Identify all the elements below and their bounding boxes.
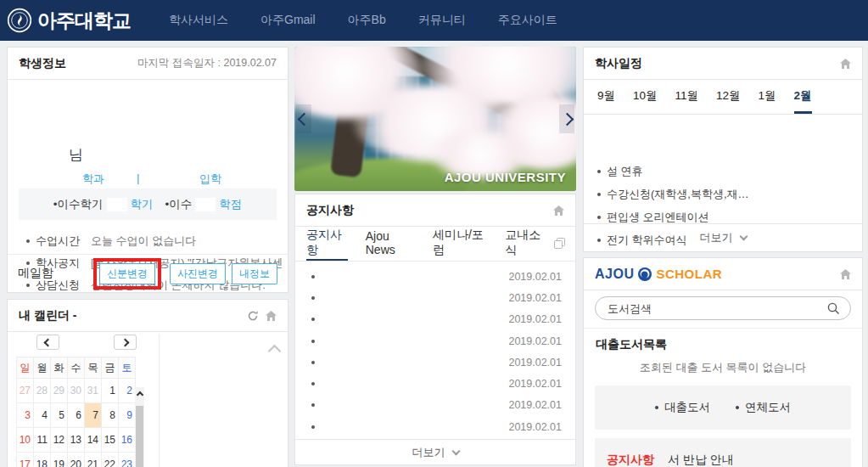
calendar-day[interactable]: 29: [51, 379, 68, 403]
tab-ajou-news[interactable]: Ajou News: [366, 227, 415, 261]
calendar-day[interactable]: 4: [34, 403, 51, 428]
scroll-up-icon[interactable]: [135, 387, 144, 402]
semester-suffix[interactable]: 학기: [131, 197, 154, 212]
info-label: 수업시간: [36, 234, 80, 249]
calendar-day[interactable]: 15: [102, 428, 119, 453]
calendar-day[interactable]: 28: [34, 379, 51, 403]
notice-row[interactable]: 2019.02.01: [295, 416, 575, 437]
home-icon[interactable]: [840, 269, 851, 279]
university-logo[interactable]: 아주대학교: [7, 8, 131, 34]
nav-item-main-sites[interactable]: 주요사이트: [498, 13, 557, 28]
calendar-day[interactable]: 23: [119, 453, 136, 467]
book-search-input[interactable]: [606, 301, 827, 316]
calendar-day[interactable]: 20: [68, 453, 85, 467]
calendar-day[interactable]: 21: [85, 453, 102, 467]
calendar-day[interactable]: 19: [51, 453, 68, 467]
popup-window-icon[interactable]: [554, 238, 565, 249]
calendar-day[interactable]: 16: [119, 428, 136, 453]
notice-list: 2019.02.01 2019.02.01 2019.02.01 2019.02…: [295, 266, 575, 437]
calendar-day[interactable]: 10: [17, 428, 34, 453]
admission-label[interactable]: 입학: [199, 172, 221, 187]
calendar-day[interactable]: 27: [17, 379, 34, 403]
dept-label[interactable]: 학과: [82, 172, 104, 187]
tab-overdue-books[interactable]: 연체도서: [736, 400, 791, 415]
notice-row[interactable]: 2019.02.01: [295, 266, 575, 287]
tab-month-2[interactable]: 2월: [794, 80, 812, 114]
calendar-day[interactable]: 9: [119, 403, 136, 428]
mailbox-label[interactable]: 메일함: [18, 266, 93, 281]
notice-row[interactable]: 2019.02.01: [295, 287, 575, 308]
tab-notice[interactable]: 공지사항: [306, 227, 348, 261]
credit-suffix[interactable]: 학점: [219, 197, 242, 212]
schedule-more-button[interactable]: 더보기: [584, 223, 862, 251]
nav-item-ajou-bb[interactable]: 아주Bb: [348, 13, 386, 28]
bullet-icon: [736, 406, 739, 409]
notice-row[interactable]: 2019.02.01: [295, 352, 575, 373]
scrollbar-thumb[interactable]: [136, 406, 143, 467]
calendar-day[interactable]: 8: [102, 403, 119, 428]
nav-item-ajou-gmail[interactable]: 아주Gmail: [260, 13, 316, 28]
notice-row[interactable]: 2019.02.01: [295, 395, 575, 416]
schedule-item[interactable]: 설 연휴: [584, 160, 862, 183]
calendar-divider: [159, 334, 160, 467]
notice-date: 2019.02.01: [508, 378, 562, 390]
library-notice-box[interactable]: 공지사항 서 반납 안내: [595, 438, 851, 467]
home-icon[interactable]: [553, 205, 564, 216]
notice-row[interactable]: 2019.02.01: [295, 330, 575, 352]
info-row-class-time[interactable]: 수업시간 오늘 수업이 없습니다: [8, 230, 288, 252]
last-access-date: 2019.02.07: [223, 57, 277, 69]
tab-month-1[interactable]: 1월: [759, 80, 776, 114]
tab-month-10[interactable]: 10월: [633, 80, 658, 114]
calendar-day-header: 토: [119, 357, 136, 379]
library-notice-title[interactable]: 서 반납 안내: [668, 453, 734, 467]
collapse-chevron-icon[interactable]: [270, 344, 279, 359]
more-label: 더보기: [700, 230, 733, 245]
calendar-next-button[interactable]: [114, 335, 137, 350]
calendar-day[interactable]: 6: [68, 403, 85, 428]
calendar-day[interactable]: 2: [119, 379, 136, 403]
calendar-prev-button[interactable]: [36, 335, 59, 350]
university-name[interactable]: 아주대학교: [37, 8, 131, 34]
calendar-scrollbar[interactable]: [135, 387, 144, 467]
calendar-day[interactable]: 13: [68, 428, 85, 453]
calendar-day[interactable]: 12: [51, 428, 68, 453]
notice-row[interactable]: 2019.02.01: [295, 373, 575, 394]
notice-row[interactable]: 2019.02.01: [295, 309, 575, 330]
divider: [584, 328, 862, 329]
calendar-day[interactable]: 5: [51, 403, 68, 428]
identity-change-button[interactable]: 신분변경: [99, 263, 155, 284]
home-icon[interactable]: [266, 311, 277, 321]
carousel-prev-icon[interactable]: [296, 104, 311, 133]
tab-seminar-forum[interactable]: 세미나/포럼: [433, 227, 487, 261]
calendar-day[interactable]: 1: [102, 379, 119, 403]
calendar-day[interactable]: 14: [85, 428, 102, 453]
calendar-day[interactable]: 7: [85, 403, 102, 428]
photo-carousel[interactable]: AJOU UNIVERSITY: [294, 47, 576, 191]
meta-separator: |: [137, 172, 139, 184]
calendar-day[interactable]: 30: [68, 379, 85, 403]
tab-month-12[interactable]: 12월: [716, 80, 741, 114]
my-info-button[interactable]: 내정보: [232, 263, 277, 284]
ajou-scholar-panel: AJOU SCHOLAR: [583, 257, 863, 467]
refresh-icon[interactable]: [247, 310, 259, 322]
tab-month-11[interactable]: 11월: [675, 80, 699, 114]
calendar-day[interactable]: 11: [34, 428, 51, 453]
calendar-day[interactable]: 17: [17, 453, 34, 467]
calendar-day[interactable]: 31: [85, 379, 102, 403]
calendar-day[interactable]: 3: [17, 403, 34, 428]
notice-more-button[interactable]: 더보기: [295, 439, 575, 464]
schedule-panel-title: 학사일정: [595, 56, 642, 71]
tab-campus-news[interactable]: 교내소식: [505, 227, 546, 261]
carousel-next-icon[interactable]: [559, 104, 574, 133]
schedule-item[interactable]: 수강신청(재학생,복학생,재…: [584, 183, 862, 205]
search-icon[interactable]: [827, 302, 840, 315]
nav-item-haksa-service[interactable]: 학사서비스: [169, 13, 228, 28]
calendar-day[interactable]: 22: [102, 453, 119, 467]
tab-loaned-books[interactable]: 대출도서: [655, 400, 710, 415]
nav-item-community[interactable]: 커뮤니티: [418, 13, 466, 28]
calendar-day[interactable]: 18: [34, 453, 51, 467]
home-icon[interactable]: [840, 59, 851, 69]
tab-month-9[interactable]: 9월: [597, 80, 615, 114]
photo-change-button[interactable]: 사진변경: [170, 263, 226, 284]
ajou-scholar-logo[interactable]: AJOU SCHOLAR: [595, 267, 722, 282]
